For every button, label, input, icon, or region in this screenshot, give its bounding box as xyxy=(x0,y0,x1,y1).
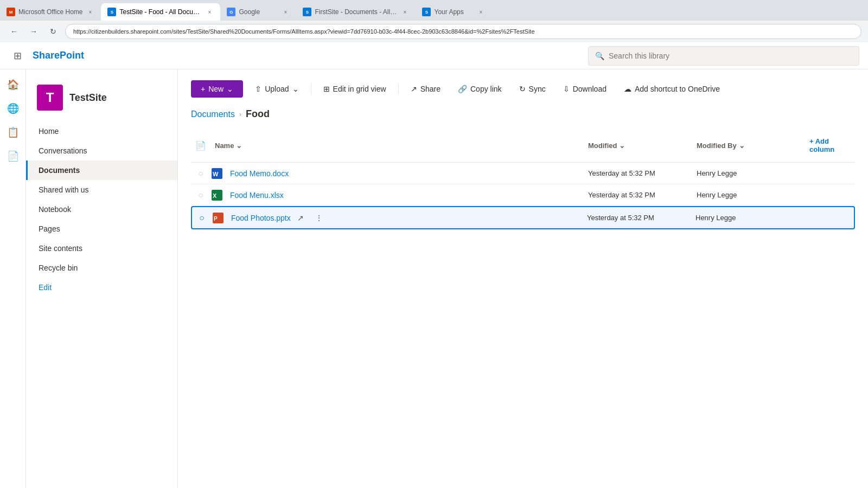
app-container: 🏠 🌐 📋 📄 T TestSite Home Conversations Do… xyxy=(0,42,868,488)
site-header: T TestSite xyxy=(26,78,177,121)
sync-icon: ↻ xyxy=(519,85,526,93)
share-icon: ↗ xyxy=(411,85,417,93)
browser-chrome: M Microsoft Office Home × S TestSite - F… xyxy=(0,0,868,42)
tab-google[interactable]: G Google × xyxy=(220,3,296,21)
breadcrumb-separator: › xyxy=(239,111,241,118)
copy-link-label: Copy link xyxy=(470,85,502,93)
word-file-icon: W xyxy=(210,167,224,180)
edit-grid-label: Edit in grid view xyxy=(333,85,386,93)
sync-button[interactable]: ↻ Sync xyxy=(514,81,551,97)
tab-ms-home[interactable]: M Microsoft Office Home × xyxy=(0,3,101,21)
file-row-food-photos[interactable]: ○ P Food Photos.pptx ↗ ⋮ Yesterday at 5:… xyxy=(191,206,855,229)
file-checkbox-food-menu[interactable]: ○ xyxy=(191,190,210,200)
add-shortcut-button[interactable]: ☁ Add shortcut to OneDrive xyxy=(618,81,725,97)
name-column-header[interactable]: Name ⌄ xyxy=(210,139,584,152)
sidebar-item-shared-label: Shared with us xyxy=(39,185,89,194)
nav-sidebar: T TestSite Home Conversations Documents … xyxy=(26,69,178,488)
sidebar-item-home[interactable]: Home xyxy=(26,121,177,141)
search-box[interactable]: 🔍 xyxy=(588,46,859,66)
search-icon: 🔍 xyxy=(595,52,604,60)
globe-icon-btn[interactable]: 🌐 xyxy=(3,99,23,118)
file-modified-food-photos: Yesterday at 5:32 PM xyxy=(583,209,691,226)
sidebar-item-shared-with-us[interactable]: Shared with us xyxy=(26,180,177,200)
tab-testsite-food[interactable]: S TestSite - Food - All Documents × xyxy=(101,3,220,21)
file-modified-by-food-memo: Henry Legge xyxy=(692,165,801,182)
file-modified-food-memo: Yesterday at 5:32 PM xyxy=(584,165,692,182)
tab-your-apps[interactable]: S Your Apps × xyxy=(416,3,492,21)
grid-icon: ⊞ xyxy=(323,85,330,93)
share-file-button[interactable]: ↗ xyxy=(293,210,308,226)
file-row-food-menu[interactable]: ○ X Food Menu.xlsx Yesterday at 5:32 PM … xyxy=(191,184,855,206)
ppt-file-icon: P xyxy=(212,211,225,224)
file-modified-by-food-photos: Henry Legge xyxy=(691,209,800,226)
sidebar-item-edit[interactable]: Edit xyxy=(26,278,177,297)
more-actions-button[interactable]: ⋮ xyxy=(311,210,327,226)
tab-your-apps-close[interactable]: × xyxy=(476,8,485,16)
google-favicon: G xyxy=(227,8,235,16)
file-checkbox-food-photos[interactable]: ○ xyxy=(192,213,212,223)
sharepoint-topnav: ⊞ SharePoint 🔍 xyxy=(0,42,868,69)
tab-firstsite[interactable]: S FirstSite - Documents - All Docu... × xyxy=(296,3,416,21)
share-button[interactable]: ↗ Share xyxy=(405,81,446,97)
modified-by-column-header[interactable]: Modified By ⌄ xyxy=(692,139,801,152)
name-sort-icon: ⌄ xyxy=(236,142,242,150)
sidebar-item-pages[interactable]: Pages xyxy=(26,219,177,239)
add-column-button[interactable]: + Add column xyxy=(805,135,851,156)
list-icon-btn[interactable]: 📋 xyxy=(3,123,23,142)
sidebar-item-recycle-label: Recycle bin xyxy=(39,264,78,272)
file-icon-col-header: 📄 xyxy=(191,138,210,153)
file-name-cell-food-memo: W Food Memo.docx xyxy=(210,167,584,180)
breadcrumb-current: Food xyxy=(246,108,270,120)
upload-button[interactable]: ⇧ Upload ⌄ xyxy=(250,81,304,97)
sidebar-item-pages-label: Pages xyxy=(39,224,60,233)
sidebar-item-recycle-bin[interactable]: Recycle bin xyxy=(26,258,177,278)
tab-testsite-label: TestSite - Food - All Documents xyxy=(119,8,202,16)
name-column-label: Name xyxy=(215,142,234,150)
tab-google-label: Google xyxy=(239,8,278,16)
download-label: Download xyxy=(573,85,607,93)
modified-column-header[interactable]: Modified ⌄ xyxy=(584,139,692,152)
url-bar[interactable]: https://citizenbuilders.sharepoint.com/s… xyxy=(65,24,861,39)
search-input[interactable] xyxy=(609,52,852,60)
copy-link-button[interactable]: 🔗 Copy link xyxy=(452,81,507,97)
sidebar-item-notebook-label: Notebook xyxy=(39,205,71,214)
pages-icon-btn[interactable]: 📄 xyxy=(3,146,23,166)
sidebar-item-notebook[interactable]: Notebook xyxy=(26,200,177,219)
tab-google-close[interactable]: × xyxy=(281,8,290,16)
svg-text:X: X xyxy=(213,192,217,199)
file-name-link-food-memo[interactable]: Food Memo.docx xyxy=(230,169,289,178)
file-actions-food-photos: ↗ ⋮ xyxy=(293,210,327,226)
download-button[interactable]: ⇩ Download xyxy=(558,81,612,97)
sp-favicon-1: S xyxy=(107,8,116,16)
main-content: + New ⌄ ⇧ Upload ⌄ ⊞ Edit in grid view ↗… xyxy=(178,69,868,488)
sidebar-item-site-contents[interactable]: Site contents xyxy=(26,239,177,258)
file-name-link-food-menu[interactable]: Food Menu.xlsx xyxy=(230,191,284,200)
sidebar-item-conversations[interactable]: Conversations xyxy=(26,141,177,160)
file-name-link-food-photos[interactable]: Food Photos.pptx xyxy=(231,214,291,222)
tab-ms-home-close[interactable]: × xyxy=(86,8,94,16)
toolbar-divider-2 xyxy=(398,84,399,94)
breadcrumb-parent-link[interactable]: Documents xyxy=(191,110,235,119)
home-icon-btn[interactable]: 🏠 xyxy=(3,75,23,94)
sidebar-item-documents[interactable]: Documents xyxy=(26,160,177,180)
tab-firstsite-label: FirstSite - Documents - All Docu... xyxy=(315,8,397,16)
file-checkbox-food-memo[interactable]: ○ xyxy=(191,169,210,178)
chevron-down-icon: ⌄ xyxy=(227,85,233,93)
forward-button[interactable]: → xyxy=(26,24,41,39)
reload-button[interactable]: ↻ xyxy=(46,24,61,39)
new-button[interactable]: + New ⌄ xyxy=(191,80,243,98)
back-button[interactable]: ← xyxy=(7,24,22,39)
modified-by-column-label: Modified By xyxy=(697,142,737,150)
sp-favicon-3: S xyxy=(422,8,431,16)
file-name-cell-food-photos: P Food Photos.pptx ↗ ⋮ xyxy=(212,210,583,226)
add-column-header[interactable]: + Add column xyxy=(801,133,855,158)
edit-grid-button[interactable]: ⊞ Edit in grid view xyxy=(318,81,392,97)
svg-text:W: W xyxy=(213,171,219,177)
new-button-label: New xyxy=(208,85,224,93)
waffle-menu-button[interactable]: ⊞ xyxy=(9,47,26,65)
excel-file-icon: X xyxy=(210,189,224,202)
tab-firstsite-close[interactable]: × xyxy=(400,8,409,16)
file-row-food-memo[interactable]: ○ W Food Memo.docx Yesterday at 5:32 PM … xyxy=(191,163,855,184)
tab-testsite-close[interactable]: × xyxy=(205,8,214,16)
sidebar-item-site-contents-label: Site contents xyxy=(39,244,82,253)
